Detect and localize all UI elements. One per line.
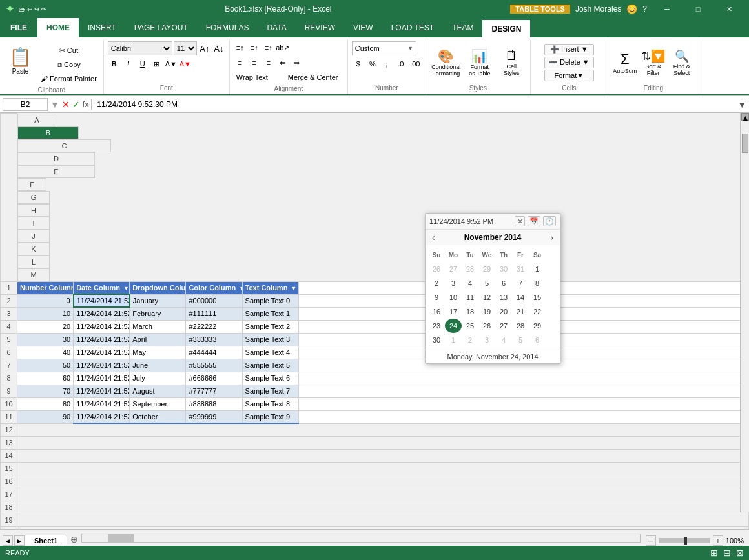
table-row[interactable]: 5 30 11/24/2014 21:52 April #333333 Samp… bbox=[1, 333, 749, 346]
col-header-M[interactable]: M bbox=[17, 268, 50, 281]
cal-day[interactable]: 26 bbox=[478, 319, 495, 333]
cal-day[interactable]: 28 bbox=[462, 262, 478, 276]
align-center-button[interactable]: ≡ bbox=[248, 56, 261, 69]
tab-review[interactable]: REVIEW bbox=[296, 18, 344, 37]
col-header-L[interactable]: L bbox=[17, 255, 50, 268]
table-row[interactable]: 4 20 11/24/2014 21:52 March #222222 Samp… bbox=[1, 320, 749, 333]
col-header-B[interactable]: B bbox=[17, 126, 79, 139]
cal-day[interactable]: 27 bbox=[445, 262, 462, 276]
calendar-time-icon[interactable]: 🕐 bbox=[543, 216, 556, 226]
comma-button[interactable]: , bbox=[380, 57, 393, 70]
cell-styles-button[interactable]: 🗒 Cell Styles bbox=[497, 43, 526, 82]
cal-day[interactable]: 14 bbox=[512, 290, 529, 305]
cal-day[interactable]: 6 bbox=[495, 276, 512, 290]
format-dropdown-button[interactable]: Format ▼ bbox=[544, 70, 594, 81]
tab-team[interactable]: TEAM bbox=[443, 18, 482, 37]
cal-day[interactable]: 29 bbox=[478, 262, 495, 276]
zoom-in-button[interactable]: + bbox=[713, 535, 723, 546]
calendar-close-button[interactable]: ✕ bbox=[515, 216, 525, 226]
cal-day[interactable]: 1 bbox=[445, 333, 462, 347]
cal-day[interactable]: 23 bbox=[428, 319, 445, 333]
scroll-up-arrow[interactable]: ▲ bbox=[741, 113, 749, 121]
table-row[interactable]: 7 50 11/24/2014 21:52 June #555555 Sampl… bbox=[1, 359, 749, 372]
cal-day[interactable]: 13 bbox=[495, 290, 512, 305]
cal-day-selected[interactable]: 24 bbox=[445, 319, 462, 333]
cal-day[interactable]: 29 bbox=[529, 319, 546, 333]
row-num-5[interactable]: 5 bbox=[1, 333, 17, 346]
cal-day[interactable]: 28 bbox=[512, 319, 529, 333]
tab-home[interactable]: HOME bbox=[37, 18, 79, 37]
tab-file[interactable]: FILE bbox=[0, 18, 37, 37]
expand-formula-bar-icon[interactable]: ▼ bbox=[737, 99, 746, 110]
cal-day[interactable]: 6 bbox=[529, 333, 546, 347]
col-header-I[interactable]: I bbox=[17, 217, 50, 230]
cal-day[interactable]: 15 bbox=[529, 290, 546, 305]
row-num-9[interactable]: 9 bbox=[1, 385, 17, 397]
find-select-button[interactable]: 🔍 Find & Select bbox=[669, 43, 695, 82]
view-normal-icon[interactable]: ⊞ bbox=[710, 548, 718, 558]
table-row[interactable]: 10 80 11/24/2014 21:52 September #888888… bbox=[1, 397, 749, 410]
cal-day[interactable]: 30 bbox=[428, 333, 445, 347]
font-size-select[interactable]: 11 bbox=[174, 41, 197, 55]
row-num-2[interactable]: 2 bbox=[1, 294, 17, 307]
view-layout-icon[interactable]: ⊟ bbox=[723, 548, 731, 558]
table-header-dropdowncolumn[interactable]: Dropdown Column ▼ bbox=[130, 281, 186, 294]
minimize-button[interactable]: ─ bbox=[652, 0, 682, 18]
cal-day[interactable]: 20 bbox=[495, 305, 512, 319]
cell-reference-input[interactable] bbox=[3, 98, 48, 111]
cal-day[interactable]: 16 bbox=[428, 305, 445, 319]
table-row[interactable]: 3 10 11/24/2014 21:52 February #111111 S… bbox=[1, 307, 749, 320]
view-page-break-icon[interactable]: ⊠ bbox=[736, 548, 744, 558]
cal-day[interactable]: 22 bbox=[529, 305, 546, 319]
align-top-left-button[interactable]: ≡↑ bbox=[234, 41, 247, 54]
currency-button[interactable]: $ bbox=[352, 57, 365, 70]
col-header-D[interactable]: D bbox=[17, 152, 95, 165]
cal-day[interactable]: 3 bbox=[445, 276, 462, 290]
wrap-text-button[interactable]: Wrap Text bbox=[234, 71, 285, 84]
cal-day[interactable]: 8 bbox=[529, 276, 546, 290]
cal-day[interactable]: 31 bbox=[512, 262, 529, 276]
add-sheet-button[interactable]: ⊕ bbox=[67, 533, 81, 546]
calendar-next-button[interactable]: › bbox=[548, 232, 556, 243]
align-top-center-button[interactable]: ≡↑ bbox=[248, 41, 261, 54]
cal-day[interactable]: 25 bbox=[462, 319, 478, 333]
autosum-button[interactable]: Σ AutoSum bbox=[612, 43, 638, 82]
formula-input[interactable] bbox=[94, 99, 735, 110]
col-header-G[interactable]: G bbox=[17, 191, 50, 204]
number-format-dropdown[interactable]: Custom ▼ bbox=[352, 41, 416, 55]
cal-day[interactable]: 4 bbox=[495, 333, 512, 347]
format-as-table-button[interactable]: 📊 Format as Table bbox=[464, 43, 496, 82]
font-color-button[interactable]: A▼ bbox=[179, 57, 192, 70]
horizontal-scroll-thumb[interactable] bbox=[108, 534, 134, 542]
tab-insert[interactable]: INSERT bbox=[79, 18, 125, 37]
increase-decimal-button[interactable]: .00 bbox=[409, 57, 422, 70]
font-family-select[interactable]: Calibri bbox=[108, 41, 172, 55]
grid-container[interactable]: A B C D E F G H I J K L M bbox=[0, 113, 749, 529]
scroll-sheets-right[interactable]: ► bbox=[14, 535, 25, 546]
zoom-slider-thumb[interactable] bbox=[684, 537, 687, 545]
increase-font-button[interactable]: A↑ bbox=[198, 42, 211, 55]
cal-day[interactable]: 27 bbox=[495, 319, 512, 333]
cal-day[interactable]: 10 bbox=[445, 290, 462, 305]
cal-day[interactable]: 12 bbox=[478, 290, 495, 305]
increase-indent-button[interactable]: ⇒ bbox=[291, 56, 303, 69]
italic-button[interactable]: I bbox=[122, 57, 135, 70]
table-row[interactable]: 9 70 11/24/2014 21:52 August #777777 Sam… bbox=[1, 385, 749, 397]
delete-dropdown-button[interactable]: ➖ Delete ▼ bbox=[544, 57, 594, 68]
scroll-sheets-left[interactable]: ◄ bbox=[3, 535, 13, 546]
cal-day[interactable]: 18 bbox=[462, 305, 478, 319]
bold-button[interactable]: B bbox=[108, 57, 121, 70]
table-row[interactable]: 8 60 11/24/2014 21:52 July #666666 Sampl… bbox=[1, 372, 749, 385]
table-row[interactable]: 6 40 11/24/2014 21:52 May #444444 Sample… bbox=[1, 346, 749, 359]
cal-day[interactable]: 2 bbox=[428, 276, 445, 290]
decrease-indent-button[interactable]: ⇐ bbox=[276, 56, 289, 69]
tab-load-test[interactable]: LOAD TEST bbox=[382, 18, 443, 37]
tab-design[interactable]: DESIGN bbox=[482, 18, 530, 37]
table-header-numbercolumn[interactable]: Number Column ▼ bbox=[17, 281, 74, 294]
decrease-decimal-button[interactable]: .0 bbox=[395, 57, 407, 70]
col-header-H[interactable]: H bbox=[17, 204, 50, 217]
tab-formulas[interactable]: FORMULAS bbox=[197, 18, 258, 37]
tab-view[interactable]: VIEW bbox=[344, 18, 382, 37]
fill-color-button[interactable]: A▼ bbox=[165, 57, 178, 70]
scroll-thumb[interactable] bbox=[742, 134, 748, 153]
